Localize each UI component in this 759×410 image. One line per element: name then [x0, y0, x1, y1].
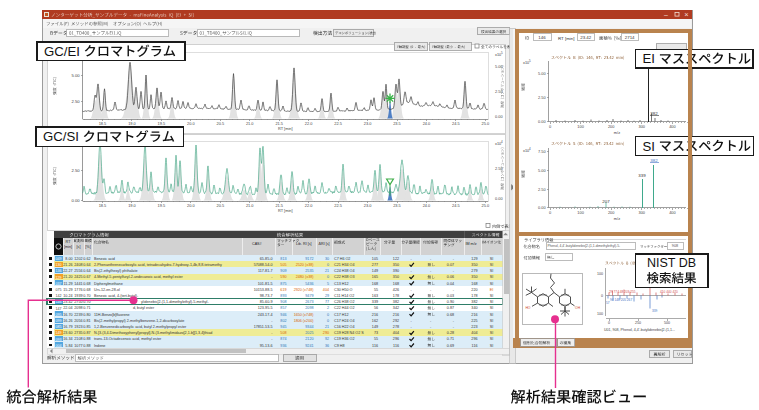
svg-text:16.34: 16.34	[63, 337, 72, 341]
svg-text:16.79: 16.79	[63, 325, 72, 329]
svg-text:SI: SI	[490, 306, 493, 310]
svg-text:ylidenebis[2-(1,1-dimethylethy: ylidenebis[2-(1,1-dimethylethyl)-5-methy…	[141, 300, 209, 304]
svg-text:Benzoic acid: Benzoic acid	[94, 257, 115, 261]
svg-text:590: 590	[280, 275, 286, 279]
svg-text:2.50: 2.50	[538, 187, 546, 192]
svg-text:25.0: 25.0	[482, 203, 490, 208]
svg-text:223: 223	[471, 325, 477, 329]
svg-text:23.0: 23.0	[364, 203, 372, 208]
svg-text:129: 129	[471, 257, 477, 261]
svg-text:SI: SI	[490, 325, 493, 329]
svg-text:857: 857	[280, 306, 286, 310]
svg-text:0.00: 0.00	[495, 196, 503, 201]
svg-text:11H-Benzo[b]fluorene: 11H-Benzo[b]fluorene	[94, 313, 130, 317]
svg-text:Lib. RI [s]: Lib. RI [s]	[296, 242, 312, 246]
svg-text:116: 116	[393, 344, 399, 348]
svg-text:200: 200	[608, 124, 615, 129]
svg-text:0.07: 0.07	[447, 263, 454, 267]
svg-text:C21 H34 O4: C21 H34 O4	[334, 263, 355, 267]
svg-text:279: 279	[471, 269, 477, 273]
svg-text:23.5: 23.5	[393, 121, 401, 126]
svg-text:163: 163	[372, 294, 378, 298]
svg-text:129: 129	[56, 276, 62, 280]
svg-text:2056: 2056	[74, 319, 82, 323]
svg-text:C26 H38 O2: C26 H38 O2	[334, 300, 355, 304]
svg-text:15.29: 15.29	[63, 288, 72, 292]
svg-text:146: 146	[538, 35, 546, 40]
svg-text:410 440 470: 410 440 470	[660, 290, 678, 294]
svg-text:36: 36	[325, 344, 329, 348]
svg-text:0.71: 0.71	[83, 306, 90, 310]
svg-text:1202: 1202	[74, 257, 82, 261]
svg-text:908: 908	[672, 244, 678, 248]
svg-text:1650 (±748): 1650 (±748)	[294, 313, 314, 317]
svg-text:382: 382	[393, 300, 399, 304]
svg-text:85-60-9: 85-60-9	[260, 300, 273, 304]
svg-text:149: 149	[372, 269, 378, 273]
svg-text:400: 400	[669, 210, 676, 215]
svg-text:0.88: 0.88	[83, 344, 90, 348]
svg-text:2.50: 2.50	[495, 166, 503, 171]
svg-text:SI: SI	[490, 344, 493, 348]
svg-text:C22 H44 O2: C22 H44 O2	[334, 306, 355, 310]
svg-text:426: 426	[393, 288, 399, 292]
svg-text:29 77 148 203 255: 29 77 148 203 255	[609, 290, 636, 294]
svg-text:NIST DB: NIST DB	[647, 256, 696, 270]
svg-text:×: ×	[684, 10, 688, 19]
svg-text:404: 404	[393, 331, 399, 335]
svg-text:SI: SI	[490, 257, 493, 261]
svg-text:18.5: 18.5	[99, 121, 107, 126]
svg-text:342: 342	[393, 306, 399, 310]
svg-text:0.62: 0.62	[83, 257, 90, 261]
svg-text:5.84: 5.84	[65, 344, 72, 348]
svg-text:813: 813	[280, 257, 286, 261]
svg-text:0.87: 0.87	[83, 331, 90, 335]
svg-text:22.0: 22.0	[305, 121, 313, 126]
svg-text:0.87: 0.87	[447, 306, 454, 310]
svg-text:105: 105	[372, 257, 378, 261]
svg-text:65-85-0: 65-85-0	[260, 257, 273, 261]
svg-text:9479: 9479	[305, 294, 313, 298]
svg-text:350: 350	[393, 275, 399, 279]
svg-text:7.50: 7.50	[538, 149, 546, 154]
svg-text:24.0: 24.0	[423, 121, 431, 126]
svg-text:0.80: 0.80	[83, 313, 90, 317]
svg-text:0.00: 0.00	[495, 114, 503, 119]
svg-text:909: 909	[280, 269, 286, 273]
svg-text:908: 908	[280, 300, 286, 304]
svg-text:875: 875	[280, 282, 286, 286]
svg-text:GC/SI: GC/SI	[43, 129, 79, 144]
svg-text:049: 049	[56, 257, 62, 261]
svg-text:168: 168	[393, 282, 399, 286]
svg-text:20.5: 20.5	[217, 203, 225, 208]
svg-text:075: 075	[56, 288, 62, 292]
svg-text:56: 56	[374, 306, 378, 310]
svg-text:SI: SI	[490, 275, 493, 279]
svg-text:2: 2	[327, 306, 329, 310]
svg-text:21.0: 21.0	[246, 203, 254, 208]
svg-text:20.5: 20.5	[217, 121, 225, 126]
svg-text:296: 296	[393, 337, 399, 341]
svg-text:0.71: 0.71	[447, 337, 454, 341]
svg-text:339: 339	[652, 309, 658, 313]
svg-text:945: 945	[280, 325, 286, 329]
svg-text:0.68: 0.68	[83, 288, 90, 292]
svg-text:0.70: 0.70	[83, 294, 90, 298]
svg-text:404: 404	[471, 331, 477, 335]
svg-text:101-81-5: 101-81-5	[258, 282, 273, 286]
svg-text:C19 H36 O2: C19 H36 O2	[334, 337, 355, 341]
svg-text:2.50: 2.50	[72, 168, 81, 173]
svg-text:300: 300	[639, 210, 646, 215]
svg-text:2425: 2425	[74, 275, 82, 279]
svg-text:1806 (±200): 1806 (±200)	[294, 319, 314, 323]
svg-text:142: 142	[56, 294, 62, 298]
svg-text:117-81-7: 117-81-7	[258, 269, 273, 273]
svg-text:100: 100	[577, 210, 584, 215]
svg-text:Bis(2-ethylhexyl) phthalate: Bis(2-ethylhexyl) phthalate	[94, 269, 137, 273]
svg-text:5.00: 5.00	[538, 168, 546, 173]
svg-text:004: 004	[56, 344, 62, 348]
svg-text:300: 300	[639, 124, 646, 129]
svg-text:2735: 2735	[74, 331, 82, 335]
svg-text:093: 093	[56, 338, 62, 342]
svg-text:d, butyl ester: d, butyl ester	[133, 306, 155, 310]
